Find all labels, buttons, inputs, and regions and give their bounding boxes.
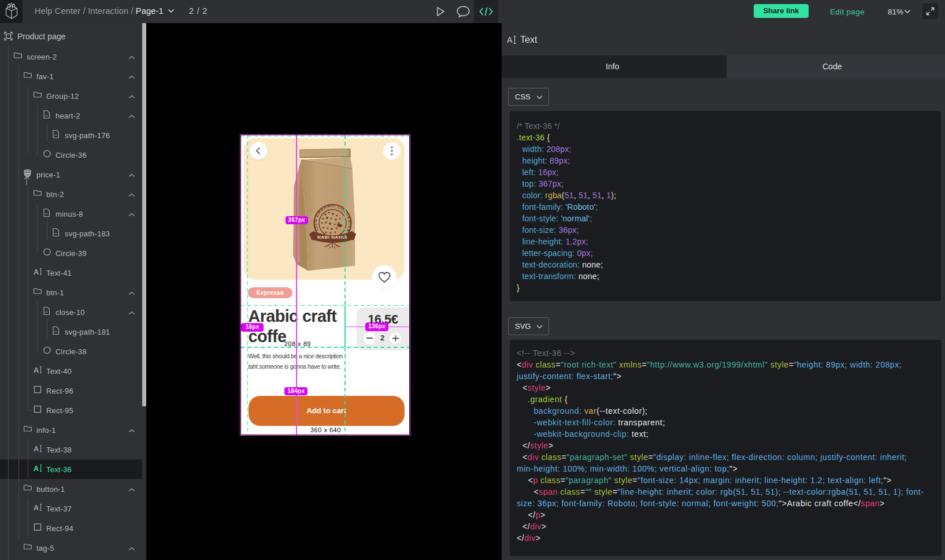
svg-text:A: A	[34, 465, 39, 473]
svg-text:A: A	[34, 445, 39, 453]
svg-text:A: A	[34, 268, 39, 276]
svg-text:A: A	[34, 366, 39, 374]
svg-text:A: A	[34, 504, 39, 512]
svg-text:A: A	[507, 35, 513, 44]
